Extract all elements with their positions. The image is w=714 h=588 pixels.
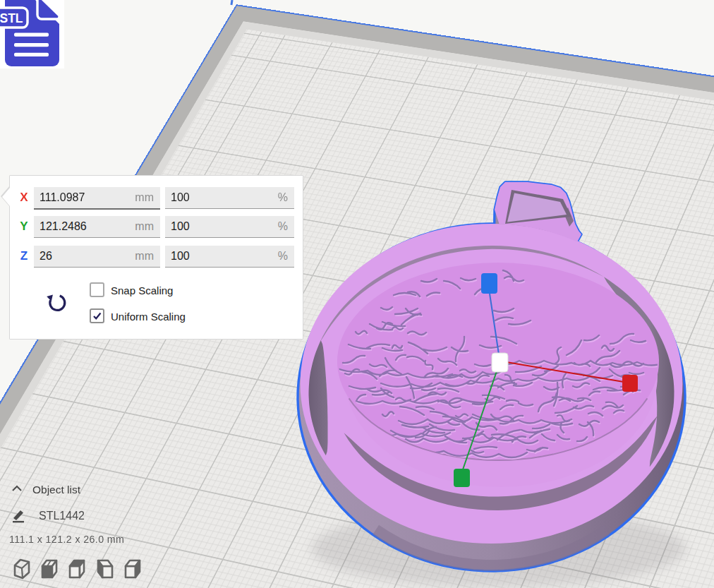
svg-text:STL: STL [0,11,23,25]
